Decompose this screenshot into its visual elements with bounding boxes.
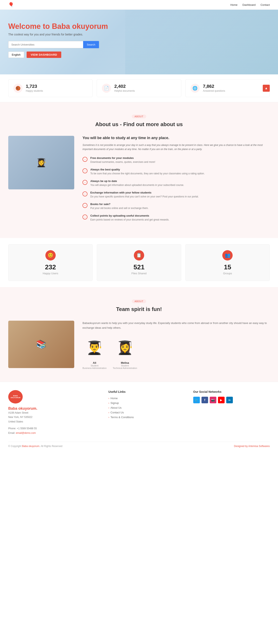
feature-title-3: Exchange information with your fellow st… xyxy=(90,191,199,194)
member-name-1: Melisa xyxy=(113,361,137,364)
hero-title: Welcome to Baba okuyorum xyxy=(8,22,270,31)
footer-links-heading: Useful Links xyxy=(109,390,185,394)
team-member-1: 👩‍🎓 Melisa Student Technical Administrat… xyxy=(113,336,137,369)
study-text: Sometimes it is not possible to arrange … xyxy=(83,143,270,152)
team-member-0: 👨‍🎓 Ali Student Business Administration xyxy=(83,336,107,369)
feature-desc-5: Earn points based on reviews of your doc… xyxy=(90,218,169,222)
footer-link-1: Signup xyxy=(109,402,185,404)
about-badge: ABOUT xyxy=(132,114,146,118)
footer-social: Our Social Networks 🐦 f 📷 ▶ in xyxy=(193,390,270,436)
stat-label-1: Helpful documents xyxy=(114,90,135,92)
search-button[interactable]: Search xyxy=(83,41,99,48)
stat-icon-1: 📄 xyxy=(102,84,111,93)
dashboard-button[interactable]: VIEW DASHBOARD xyxy=(27,52,61,58)
team-section: ABOUT Team spirit is fun! 📚 Babaokuyorum… xyxy=(0,287,278,382)
counter-num-0: 232 xyxy=(13,263,88,271)
footer-grid: BABAOKUYORUM Baba okuyorum. A108 Adam St… xyxy=(8,390,270,436)
about-section: ABOUT About us - Find out more about us … xyxy=(0,102,278,238)
feature-title-2: Always be up to date xyxy=(90,180,184,182)
feature-arrow-3: › xyxy=(83,192,87,196)
nav-links: Home Dashboard Contact xyxy=(230,3,270,6)
feature-5: › Collect points by uploading useful doc… xyxy=(83,214,270,222)
team-content: 📚 Babaokuyorum wants to help you with yo… xyxy=(8,321,270,369)
footer-email[interactable]: email@demo.com xyxy=(16,432,36,434)
about-title: About us - Find out more about us xyxy=(8,121,270,128)
counter-num-2: 15 xyxy=(190,263,265,271)
team-image: 📚 xyxy=(8,321,74,368)
stat-label-2: Answered questions xyxy=(203,90,225,92)
social-icons: 🐦 f 📷 ▶ in xyxy=(193,397,270,403)
hero-content: Welcome to Baba okuyorum The coolest way… xyxy=(8,22,270,58)
twitter-icon[interactable]: 🐦 xyxy=(193,397,200,403)
stat-num-2: 7,862 xyxy=(203,84,225,89)
instagram-icon[interactable]: 📷 xyxy=(210,397,216,403)
hero-search-bar: Search xyxy=(8,41,99,48)
feature-3: › Exchange information with your fellow … xyxy=(83,191,270,198)
counter-files-shared: 📋 521 Files Shared xyxy=(97,244,181,281)
footer-link-3: Contact Us xyxy=(109,411,185,414)
hero-subtitle: The coolest way for you and your friends… xyxy=(8,33,270,36)
footer-brand: BABAOKUYORUM Baba okuyorum. A108 Adam St… xyxy=(8,390,100,436)
about-right: You will be able to study at any time in… xyxy=(83,136,270,226)
stat-num-0: 1,723 xyxy=(26,84,43,89)
counter-happy-users: 😊 232 Happy Users xyxy=(8,244,93,281)
member-dept-0: Business Administration xyxy=(83,367,107,369)
hero-brand: Baba okuyorum xyxy=(52,22,108,30)
youtube-icon[interactable]: ▶ xyxy=(218,397,225,403)
facebook-icon[interactable]: f xyxy=(201,397,208,403)
hero-section: Welcome to Baba okuyorum The coolest way… xyxy=(0,10,278,74)
stat-answered-questions: 🌐 7,862 Answered questions xyxy=(185,79,270,97)
feature-arrow-5: › xyxy=(83,214,87,220)
linkedin-icon[interactable]: in xyxy=(226,397,233,403)
feature-arrow-4: › xyxy=(83,203,87,208)
counter-num-1: 521 xyxy=(101,263,177,271)
designed-by: Designed by Artemisa Softwares xyxy=(234,445,270,448)
counter-label-0: Happy Users xyxy=(13,272,88,275)
team-badge: ABOUT xyxy=(132,300,146,303)
stat-helpful-docs: 📄 2,402 Helpful documents xyxy=(97,79,181,97)
copyright-text: © Copyright xyxy=(8,445,22,448)
footer-phone: Phone: +1 5589 55488 55 xyxy=(8,426,100,431)
member-avatar-0: 👨‍🎓 xyxy=(84,336,105,359)
about-content: 👩‍🎓 You will be able to study at any tim… xyxy=(8,136,270,226)
nav-home[interactable]: Home xyxy=(230,3,237,6)
feature-title-0: Free documents for your modules xyxy=(90,156,155,160)
counter-label-1: Files Shared xyxy=(101,272,177,275)
team-members: 👨‍🎓 Ali Student Business Administration … xyxy=(83,336,270,369)
feature-title-4: Books for sale? xyxy=(90,202,148,206)
nav-dashboard[interactable]: Dashboard xyxy=(242,3,256,6)
nav-contact[interactable]: Contact xyxy=(260,3,270,6)
footer-bottom: © Copyright Baba okuyorum. All Rights Re… xyxy=(8,442,270,448)
footer: BABAOKUYORUM Baba okuyorum. A108 Adam St… xyxy=(0,382,278,452)
navbar: 🎈 Home Dashboard Contact xyxy=(0,0,278,10)
feature-1: › Always the best quality To be sure tha… xyxy=(83,168,270,175)
footer-brand-name: Baba okuyorum. xyxy=(8,406,100,411)
feature-arrow-0: › xyxy=(83,157,87,162)
search-input[interactable] xyxy=(8,41,83,48)
feature-desc-0: Download summaries, exams, quotes, exerc… xyxy=(90,160,155,164)
footer-address: A108 Adam Street New York, NY 535022 Uni… xyxy=(8,411,100,424)
feature-arrow-1: › xyxy=(83,168,87,173)
feature-title-1: Always the best quality xyxy=(90,168,205,171)
stat-num-1: 2,402 xyxy=(114,84,135,89)
stat-happy-students: 🏀 1,723 Happy students xyxy=(8,79,93,97)
stat-icon-0: 🏀 xyxy=(14,84,23,93)
member-role-0: Student xyxy=(83,364,107,367)
footer-contact: Phone: +1 5589 55488 55 Email: email@dem… xyxy=(8,426,100,435)
language-button[interactable]: English xyxy=(8,52,24,58)
scroll-top-button[interactable]: ▲ xyxy=(263,85,270,92)
stats-bar: 🏀 1,723 Happy students 📄 2,402 Helpful d… xyxy=(0,74,278,102)
counter-icon-0: 😊 xyxy=(45,250,56,260)
member-name-0: Ali xyxy=(83,361,107,364)
counter-label-2: Groups xyxy=(190,272,265,275)
logo: 🎈 xyxy=(8,2,14,8)
footer-logo-badge: BABAOKUYORUM xyxy=(8,390,23,404)
feature-arrow-2: › xyxy=(83,180,87,185)
stat-icon-2: 🌐 xyxy=(191,84,200,93)
about-image: 👩‍🎓 xyxy=(8,136,74,190)
counter-groups: 👥 15 Groups xyxy=(185,244,270,281)
footer-useful-links: Useful Links Home Signup About Us Contac… xyxy=(109,390,185,436)
feature-desc-2: You will always get information about up… xyxy=(90,183,184,187)
footer-link-2: About Us xyxy=(109,406,185,409)
footer-link-4: Terms & Conditions xyxy=(109,416,185,419)
